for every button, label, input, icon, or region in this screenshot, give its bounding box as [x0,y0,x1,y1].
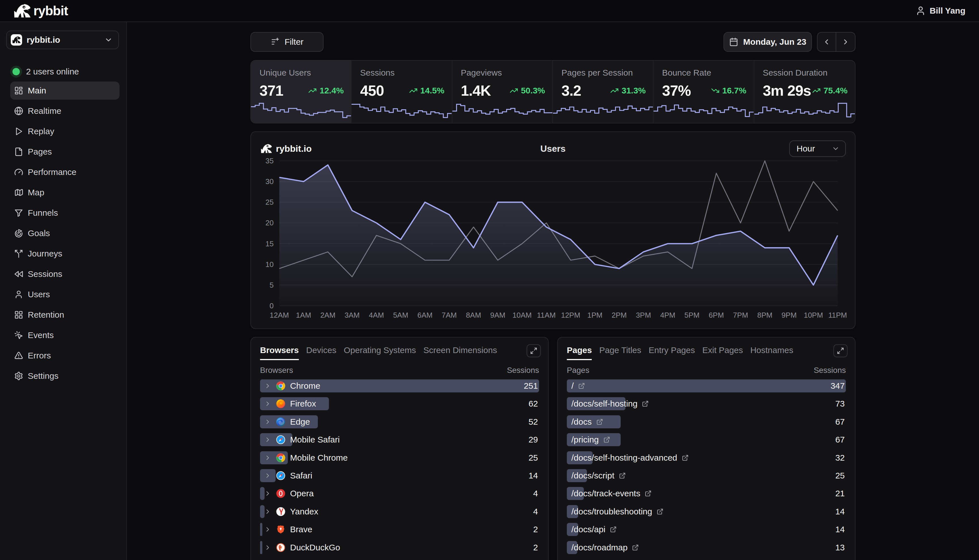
svg-text:5: 5 [270,281,274,289]
svg-text:0: 0 [270,302,274,310]
svg-text:10PM: 10PM [804,311,823,319]
svg-text:11AM: 11AM [537,311,556,319]
svg-text:6AM: 6AM [417,311,432,319]
svg-text:5AM: 5AM [393,311,408,319]
svg-text:12AM: 12AM [270,311,289,319]
svg-text:30: 30 [266,177,274,186]
svg-text:5PM: 5PM [684,311,699,319]
svg-text:9AM: 9AM [490,311,505,319]
svg-text:1PM: 1PM [587,311,602,319]
svg-text:7AM: 7AM [442,311,457,319]
svg-text:6PM: 6PM [709,311,724,319]
svg-text:2AM: 2AM [321,311,336,319]
svg-text:8PM: 8PM [757,311,772,319]
svg-text:20: 20 [266,218,274,227]
svg-text:15: 15 [266,240,274,248]
svg-text:9PM: 9PM [782,311,797,319]
svg-text:2PM: 2PM [611,311,626,319]
svg-text:7PM: 7PM [733,311,748,319]
svg-text:10: 10 [266,260,274,269]
svg-text:4PM: 4PM [660,311,675,319]
svg-text:4AM: 4AM [369,311,384,319]
svg-text:3AM: 3AM [344,311,359,319]
svg-text:8AM: 8AM [466,311,481,319]
svg-text:11PM: 11PM [828,311,847,319]
svg-text:25: 25 [266,198,274,207]
svg-text:3PM: 3PM [636,311,651,319]
svg-text:10AM: 10AM [513,311,532,319]
svg-text:12PM: 12PM [561,311,580,319]
svg-text:1AM: 1AM [296,311,311,319]
